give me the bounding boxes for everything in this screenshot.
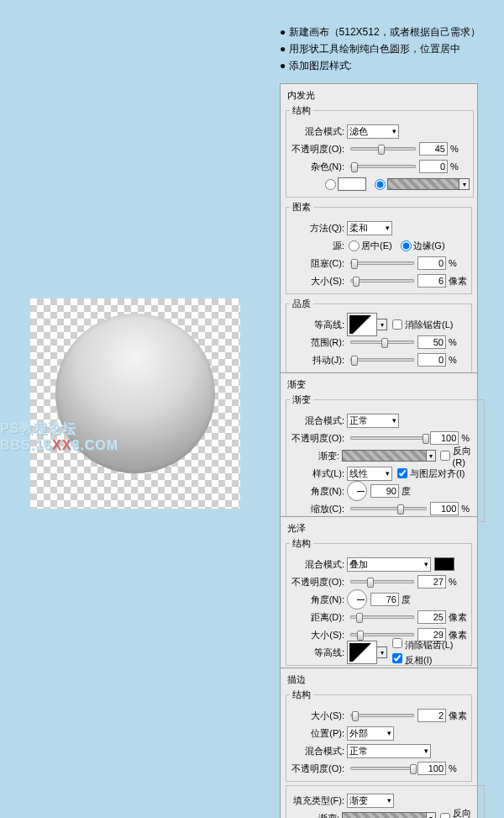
gradient-dropdown-icon[interactable]: ▾ xyxy=(427,812,436,818)
choke-slider[interactable] xyxy=(350,261,414,265)
technique-select[interactable]: 柔和 xyxy=(347,221,392,235)
contour-dropdown-icon[interactable]: ▾ xyxy=(377,319,387,330)
filltype-select[interactable]: 渐变 xyxy=(347,794,394,808)
scale-input[interactable] xyxy=(430,502,459,515)
gradient-radio[interactable] xyxy=(375,179,386,190)
source-edge-radio[interactable] xyxy=(401,240,412,251)
reverse-checkbox[interactable] xyxy=(440,451,450,461)
angle-dial[interactable] xyxy=(347,481,367,501)
range-slider[interactable] xyxy=(350,340,414,344)
contour-picker[interactable] xyxy=(347,313,377,336)
noise-input[interactable] xyxy=(419,160,448,173)
size-slider[interactable] xyxy=(350,714,414,717)
size-input[interactable] xyxy=(417,709,446,722)
noise-slider[interactable] xyxy=(350,165,416,168)
opacity-input[interactable] xyxy=(419,142,448,156)
jitter-slider[interactable] xyxy=(350,358,414,362)
panel-title: 光泽 xyxy=(287,522,472,535)
opacity-slider[interactable] xyxy=(350,767,414,770)
color-swatch[interactable] xyxy=(338,177,366,191)
panel-title: 渐变 xyxy=(287,378,472,391)
opacity-input[interactable] xyxy=(417,575,446,588)
source-center-radio[interactable] xyxy=(349,240,360,251)
style-select[interactable]: 线性 xyxy=(347,467,392,481)
opacity-input[interactable] xyxy=(417,762,446,775)
gradient-preview[interactable] xyxy=(342,450,427,462)
preview-canvas xyxy=(30,298,240,509)
opacity-input[interactable] xyxy=(430,431,459,445)
inner-glow-panel: 内发光 结构 混合模式:滤色 不透明度(O):% 杂色(N):% ▾ 图素 方法… xyxy=(280,83,478,384)
blend-mode-select[interactable]: 正常 xyxy=(347,744,431,758)
stroke-panel: 描边 结构 大小(S):像素 位置(P):外部 混合模式:正常 不透明度(O):… xyxy=(280,668,478,818)
color-swatch[interactable] xyxy=(434,557,454,571)
watermark: PS教程论坛 BBS.16XX8.COM xyxy=(0,420,118,454)
align-checkbox[interactable] xyxy=(397,468,407,478)
opacity-slider[interactable] xyxy=(350,147,416,150)
blend-mode-select[interactable]: 叠加 xyxy=(347,557,431,572)
jitter-input[interactable] xyxy=(417,353,446,367)
opacity-slider[interactable] xyxy=(350,580,414,583)
angle-input[interactable] xyxy=(370,593,399,606)
invert-checkbox[interactable] xyxy=(392,653,402,663)
distance-slider[interactable] xyxy=(350,615,414,619)
antialias-checkbox[interactable] xyxy=(392,638,402,648)
gradient-dropdown-icon[interactable]: ▾ xyxy=(459,178,470,190)
panel-title: 描边 xyxy=(287,673,472,686)
gradient-preview[interactable] xyxy=(342,812,427,818)
panel-title: 内发光 xyxy=(287,89,472,102)
range-input[interactable] xyxy=(417,335,446,349)
scale-slider[interactable] xyxy=(350,507,427,510)
blend-mode-select[interactable]: 滤色 xyxy=(347,124,399,139)
distance-input[interactable] xyxy=(417,610,446,624)
color-radio[interactable] xyxy=(325,179,336,190)
position-select[interactable]: 外部 xyxy=(347,726,394,741)
contour-picker[interactable] xyxy=(347,641,377,664)
gradient-preview[interactable] xyxy=(387,178,459,190)
size-input[interactable] xyxy=(417,274,446,288)
blend-mode-select[interactable]: 正常 xyxy=(347,414,399,428)
gradient-dropdown-icon[interactable]: ▾ xyxy=(427,450,436,462)
size-slider[interactable] xyxy=(350,633,414,636)
instructions: 新建画布（512X512，或者根据自己需求） 用形状工具绘制纯白色圆形，位置居中… xyxy=(280,24,480,74)
contour-dropdown-icon[interactable]: ▾ xyxy=(377,646,387,658)
opacity-slider[interactable] xyxy=(350,436,427,440)
gradient-overlay-panel: 渐变 渐变 混合模式:正常 不透明度(O):% 渐变:▾反向(R) 样式(L):… xyxy=(280,372,478,533)
choke-input[interactable] xyxy=(417,256,446,270)
reverse-checkbox[interactable] xyxy=(440,813,450,818)
angle-input[interactable] xyxy=(370,484,399,498)
satin-panel: 光泽 结构 混合模式:叠加 不透明度(O):% 角度(N):度 距离(D):像素… xyxy=(280,516,478,677)
size-slider[interactable] xyxy=(350,279,414,282)
antialias-checkbox[interactable] xyxy=(392,319,402,330)
angle-dial[interactable] xyxy=(347,589,367,610)
